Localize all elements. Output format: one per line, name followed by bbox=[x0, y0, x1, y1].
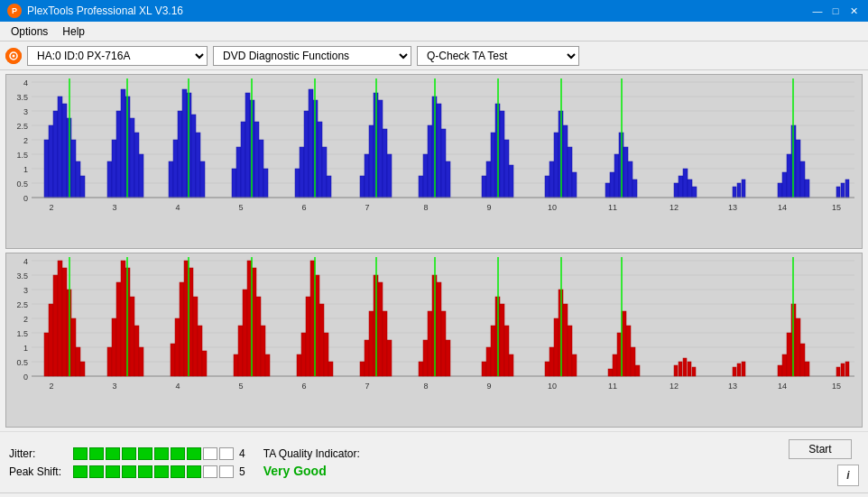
svg-rect-238 bbox=[572, 354, 577, 376]
svg-rect-181 bbox=[171, 344, 175, 376]
svg-rect-241 bbox=[613, 354, 617, 376]
svg-rect-234 bbox=[554, 318, 559, 376]
svg-rect-73 bbox=[378, 100, 383, 198]
svg-text:0: 0 bbox=[23, 373, 28, 382]
svg-rect-224 bbox=[482, 362, 486, 376]
svg-rect-26 bbox=[58, 97, 62, 198]
device-icon bbox=[5, 48, 22, 64]
svg-text:2: 2 bbox=[23, 315, 28, 324]
title-bar: P PlexTools Professional XL V3.16 — □ ✕ bbox=[0, 0, 868, 22]
svg-rect-168 bbox=[71, 318, 76, 376]
svg-text:7: 7 bbox=[365, 203, 369, 212]
menu-help[interactable]: Help bbox=[55, 23, 92, 40]
menu-options[interactable]: Options bbox=[4, 23, 55, 40]
svg-text:3: 3 bbox=[112, 203, 116, 212]
minimize-button[interactable]: — bbox=[810, 4, 825, 18]
jitter-value: 4 bbox=[239, 447, 245, 460]
svg-rect-78 bbox=[423, 154, 428, 198]
svg-text:15: 15 bbox=[832, 203, 841, 212]
svg-rect-177 bbox=[130, 297, 134, 376]
svg-rect-165 bbox=[58, 261, 62, 376]
svg-rect-112 bbox=[688, 179, 692, 198]
svg-rect-39 bbox=[134, 133, 139, 198]
svg-rect-253 bbox=[733, 367, 736, 376]
svg-rect-195 bbox=[256, 297, 261, 376]
device-dropdown[interactable]: HA:0 ID:0 PX-716A bbox=[27, 46, 208, 66]
svg-text:2: 2 bbox=[23, 136, 28, 145]
svg-rect-48 bbox=[196, 133, 200, 198]
svg-rect-117 bbox=[778, 183, 782, 198]
svg-text:12: 12 bbox=[669, 382, 679, 391]
close-button[interactable]: ✕ bbox=[846, 4, 861, 18]
svg-rect-222 bbox=[446, 340, 450, 376]
app-icon: P bbox=[7, 4, 22, 18]
svg-rect-191 bbox=[238, 326, 243, 376]
svg-rect-225 bbox=[486, 347, 491, 376]
svg-rect-123 bbox=[805, 179, 809, 198]
svg-text:1: 1 bbox=[23, 344, 28, 353]
maximize-button[interactable]: □ bbox=[828, 4, 843, 18]
svg-text:15: 15 bbox=[832, 382, 841, 391]
svg-text:4: 4 bbox=[175, 382, 180, 391]
svg-rect-81 bbox=[437, 104, 441, 198]
svg-rect-218 bbox=[428, 311, 432, 376]
svg-text:8: 8 bbox=[423, 203, 428, 212]
info-button[interactable]: i bbox=[837, 465, 859, 486]
peakshift-value: 5 bbox=[239, 465, 245, 478]
svg-rect-178 bbox=[134, 326, 139, 376]
svg-rect-237 bbox=[568, 326, 572, 376]
svg-rect-262 bbox=[805, 362, 809, 376]
ta-quality-label: TA Quality Indicator: bbox=[263, 447, 360, 460]
svg-text:5: 5 bbox=[238, 203, 243, 212]
svg-rect-70 bbox=[365, 154, 369, 198]
svg-rect-233 bbox=[549, 347, 554, 376]
svg-rect-229 bbox=[504, 326, 509, 376]
svg-rect-58 bbox=[263, 169, 268, 198]
svg-rect-174 bbox=[116, 282, 121, 376]
svg-text:8: 8 bbox=[423, 382, 428, 391]
bottom-chart-svg: 4 3.5 3 2.5 2 1.5 1 0.5 0 bbox=[6, 253, 862, 427]
top-chart-svg: 4 3.5 3 2.5 2 1.5 1 0.5 0 bbox=[6, 75, 862, 248]
svg-rect-251 bbox=[688, 362, 691, 376]
svg-rect-208 bbox=[360, 362, 365, 376]
svg-rect-166 bbox=[62, 268, 67, 376]
svg-rect-264 bbox=[836, 367, 840, 376]
svg-rect-179 bbox=[139, 347, 143, 376]
svg-rect-71 bbox=[369, 125, 374, 198]
svg-rect-61 bbox=[300, 147, 304, 198]
svg-rect-212 bbox=[378, 282, 383, 376]
svg-rect-250 bbox=[683, 358, 687, 376]
test-dropdown[interactable]: Q-Check TA Test bbox=[417, 46, 579, 66]
svg-rect-111 bbox=[683, 169, 688, 198]
svg-text:1.5: 1.5 bbox=[16, 151, 28, 160]
svg-rect-94 bbox=[549, 161, 554, 198]
peakshift-row: Peak Shift: 5 bbox=[9, 465, 245, 478]
svg-rect-164 bbox=[53, 275, 58, 376]
svg-rect-103 bbox=[614, 154, 619, 198]
svg-text:0.5: 0.5 bbox=[16, 179, 28, 189]
svg-rect-38 bbox=[130, 118, 134, 198]
svg-rect-25 bbox=[53, 111, 58, 198]
right-buttons: Start i bbox=[789, 439, 859, 486]
svg-rect-77 bbox=[419, 176, 423, 198]
svg-rect-254 bbox=[737, 364, 741, 376]
svg-rect-205 bbox=[324, 333, 328, 376]
svg-rect-199 bbox=[297, 354, 301, 376]
svg-rect-93 bbox=[545, 176, 549, 198]
function-dropdown[interactable]: DVD Diagnostic Functions bbox=[213, 46, 411, 66]
svg-rect-209 bbox=[365, 340, 369, 376]
svg-rect-187 bbox=[198, 326, 202, 376]
svg-text:3.5: 3.5 bbox=[16, 93, 28, 102]
svg-point-2 bbox=[13, 54, 15, 57]
svg-rect-175 bbox=[121, 261, 125, 376]
start-button[interactable]: Start bbox=[789, 439, 852, 459]
svg-rect-109 bbox=[674, 183, 679, 198]
svg-rect-127 bbox=[845, 179, 849, 198]
svg-rect-244 bbox=[626, 326, 631, 376]
svg-rect-43 bbox=[173, 140, 178, 198]
svg-rect-52 bbox=[236, 147, 241, 198]
svg-rect-29 bbox=[71, 140, 76, 198]
svg-rect-113 bbox=[692, 187, 697, 198]
svg-text:4: 4 bbox=[175, 203, 180, 212]
svg-text:11: 11 bbox=[608, 203, 617, 212]
